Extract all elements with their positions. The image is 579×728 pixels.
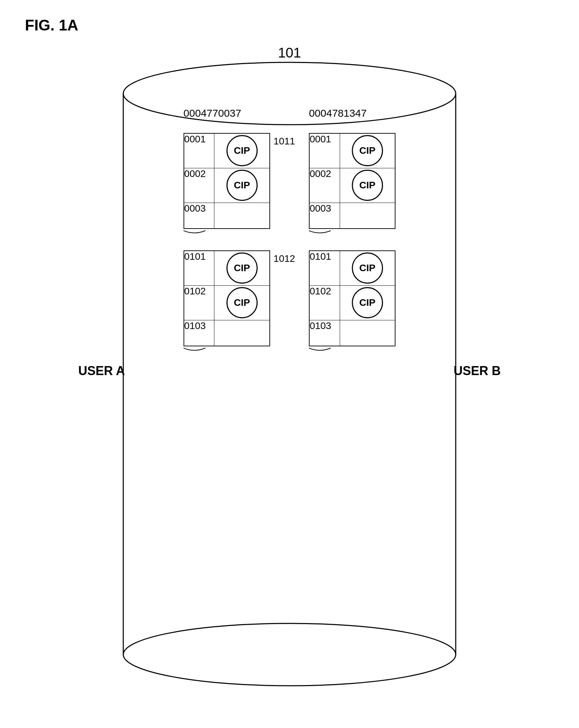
account-a-label: 0004770037 [184, 107, 241, 119]
table-row: 0001 CIP [184, 133, 270, 168]
cip-icon: CIP [226, 287, 258, 318]
table-id-a1: 1011 [274, 136, 295, 147]
account-b-label: 0004781347 [309, 107, 367, 119]
table-group-b2: 0101 CIP 0102 CIP [309, 250, 395, 354]
table-b2: 0101 CIP 0102 CIP [309, 250, 395, 346]
cip-icon: CIP [352, 252, 383, 284]
row-id: 0103 [309, 320, 340, 346]
empty-cip-cell [340, 320, 395, 346]
cip-cell: CIP [340, 251, 395, 285]
cip-cell: CIP [340, 133, 395, 168]
cip-icon: CIP [352, 287, 383, 318]
wavy-bottom [309, 229, 395, 237]
row-id: 0002 [309, 168, 340, 203]
cip-cell: CIP [340, 168, 395, 203]
wavy-bottom [184, 346, 270, 354]
row-id: 0101 [309, 251, 340, 285]
cip-icon: CIP [352, 170, 383, 201]
table-row: 0101 CIP [309, 251, 395, 285]
cip-cell: CIP [214, 251, 270, 285]
row-id: 0003 [309, 203, 340, 229]
cip-icon: CIP [352, 135, 383, 166]
table-row: 0002 CIP [184, 168, 270, 203]
table-a1: 0001 CIP 0002 CIP [184, 133, 270, 229]
row-id: 0001 [309, 133, 340, 168]
figure-label: FIG. 1A [25, 17, 78, 34]
row-id: 0103 [184, 320, 214, 346]
table-group-a2: 0101 CIP 0102 CIP [184, 250, 295, 354]
table-row: 0001 CIP [309, 133, 395, 168]
table-row: 0103 [184, 320, 270, 346]
wavy-bottom [184, 229, 270, 237]
row-id: 0102 [184, 285, 214, 320]
row-id: 0001 [184, 133, 214, 168]
table-row: 0101 CIP [184, 251, 270, 285]
empty-cip-cell [340, 203, 395, 229]
row-id: 0102 [309, 285, 340, 320]
user-b-label: USER B [454, 364, 501, 378]
cip-icon: CIP [226, 252, 258, 284]
user-a-label: USER A [78, 364, 125, 378]
cip-icon: CIP [226, 170, 258, 201]
table-row: 0002 CIP [309, 168, 395, 203]
cip-cell: CIP [340, 285, 395, 320]
table-group-a1: 0001 CIP 0002 CIP [184, 133, 295, 237]
cip-cell: CIP [214, 168, 270, 203]
row-id: 0002 [184, 168, 214, 203]
table-row: 0103 [309, 320, 395, 346]
empty-cip-cell [214, 320, 270, 346]
table-group-b1: 0001 CIP 0002 CIP [309, 133, 395, 237]
wavy-bottom [309, 346, 395, 354]
table-id-a2: 1012 [274, 253, 295, 264]
row-id: 0003 [184, 203, 214, 229]
cip-cell: CIP [214, 285, 270, 320]
empty-cip-cell [214, 203, 270, 229]
table-row: 0003 [309, 203, 395, 229]
cip-icon: CIP [226, 135, 258, 166]
table-b1: 0001 CIP 0002 CIP [309, 133, 395, 229]
cip-cell: CIP [214, 133, 270, 168]
table-row: 0102 CIP [184, 285, 270, 320]
table-row: 0102 CIP [309, 285, 395, 320]
table-a2: 0101 CIP 0102 CIP [184, 250, 270, 346]
cylinder-label: 101 [278, 45, 301, 61]
row-id: 0101 [184, 251, 214, 285]
table-row: 0003 [184, 203, 270, 229]
